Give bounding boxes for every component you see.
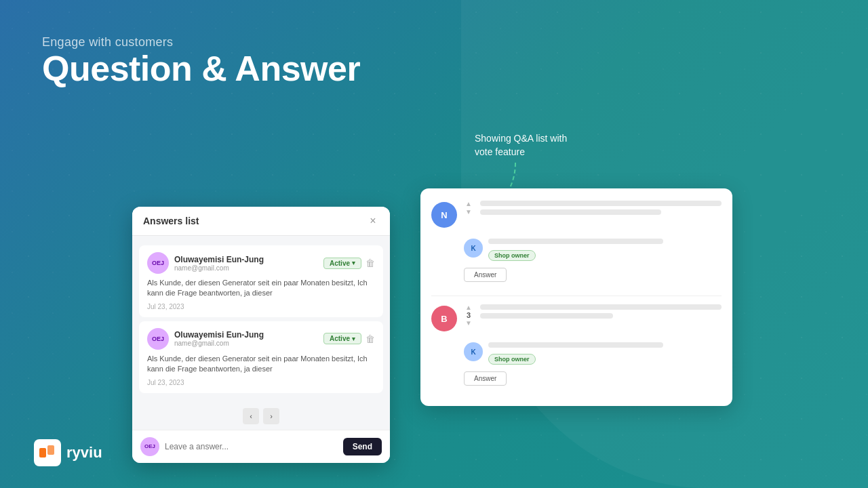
qa-answer-content: Shop owner [488,342,722,365]
qa-question-row: B ▲ 3 ▼ [431,304,722,331]
close-button[interactable]: × [367,215,379,227]
qa-question-row: N ▲ ▼ [431,201,722,228]
tooltip-box: Showing Q&A list with vote feature [475,132,567,159]
user-email: name@gmail.com [174,340,264,347]
tooltip-line1: Showing Q&A list with [475,133,567,144]
qa-panel: N ▲ ▼ K Shop owner Answer B ▲ [420,188,732,406]
vote-down-button[interactable]: ▼ [465,209,472,216]
input-avatar: OEJ [140,437,159,456]
qa-answer-avatar-k2: K [464,342,483,361]
answer-line [488,342,663,348]
answers-panel-title: Answers list [143,216,199,226]
pagination: ‹ › [132,403,390,430]
vote-up-button[interactable]: ▲ [465,304,472,311]
user-email: name@gmail.com [174,264,264,272]
answer-button[interactable]: Answer [464,268,507,282]
answers-list-body: OEJ Oluwayemisi Eun-Jung name@gmail.com … [132,236,390,403]
qa-answer-content: Shop owner [488,239,722,261]
avatar: OEJ [147,328,169,350]
question-line [480,313,613,319]
question-content [480,304,722,331]
logo-area: ryviu [34,439,102,466]
question-line [480,201,722,206]
shop-owner-badge: Shop owner [488,354,536,365]
next-page-button[interactable]: › [263,408,279,424]
logo-icon [34,439,61,466]
svg-rect-3 [47,445,54,455]
answer-item: OEJ Oluwayemisi Eun-Jung name@gmail.com … [139,321,383,393]
vote-widget: ▲ ▼ [465,201,472,228]
user-name: Oluwayemisi Eun-Jung [174,255,264,264]
status-badge[interactable]: Active [323,333,361,344]
divider [431,296,722,296]
question-content [480,201,722,228]
user-info: OEJ Oluwayemisi Eun-Jung name@gmail.com [147,328,264,350]
qa-avatar-b: B [431,306,457,331]
avatar: OEJ [147,252,169,274]
answers-panel: Answers list × OEJ Oluwayemisi Eun-Jung … [132,207,390,463]
answers-panel-header: Answers list × [132,207,390,236]
qa-answer-row: K Shop owner [464,239,722,261]
logo-text: ryviu [66,444,102,462]
tooltip-line2: vote feature [475,146,525,157]
prev-page-button[interactable]: ‹ [243,408,259,424]
send-button[interactable]: Send [343,438,382,455]
qa-answer-row: K Shop owner [464,342,722,365]
vote-count: 3 [467,312,471,319]
status-badge[interactable]: Active [323,258,361,269]
main-title: Question & Answer [42,49,360,88]
vote-down-button[interactable]: ▼ [465,320,472,327]
answer-item-header: OEJ Oluwayemisi Eun-Jung name@gmail.com … [147,328,375,350]
user-info: OEJ Oluwayemisi Eun-Jung name@gmail.com [147,252,264,274]
question-line [480,209,661,215]
header-section: Engage with customers Question & Answer [42,35,360,88]
delete-icon[interactable]: 🗑 [366,333,375,344]
answer-date: Jul 23, 2023 [147,303,375,310]
qa-avatar-n: N [431,202,457,228]
item-actions: Active 🗑 [323,258,375,269]
shop-owner-badge: Shop owner [488,250,536,261]
answer-date: Jul 23, 2023 [147,379,375,386]
vote-widget: ▲ 3 ▼ [465,304,472,331]
answer-text: Als Kunde, der diesen Generator seit ein… [147,354,375,375]
page-wrapper: Engage with customers Question & Answer … [0,0,868,488]
user-name: Oluwayemisi Eun-Jung [174,330,264,340]
answer-button[interactable]: Answer [464,371,507,386]
vote-up-button[interactable]: ▲ [465,201,472,207]
qa-answer-avatar-k: K [464,239,483,258]
subtitle: Engage with customers [42,35,360,49]
item-actions: Active 🗑 [323,333,375,344]
answer-text: Als Kunde, der diesen Generator seit ein… [147,278,375,299]
answers-input-bar: OEJ Send [132,430,390,463]
answer-item: OEJ Oluwayemisi Eun-Jung name@gmail.com … [139,245,383,317]
delete-icon[interactable]: 🗑 [366,258,375,268]
question-line [480,304,722,310]
answer-input[interactable] [165,442,338,451]
svg-rect-2 [39,448,46,458]
answer-line [488,239,663,244]
answer-item-header: OEJ Oluwayemisi Eun-Jung name@gmail.com … [147,252,375,274]
